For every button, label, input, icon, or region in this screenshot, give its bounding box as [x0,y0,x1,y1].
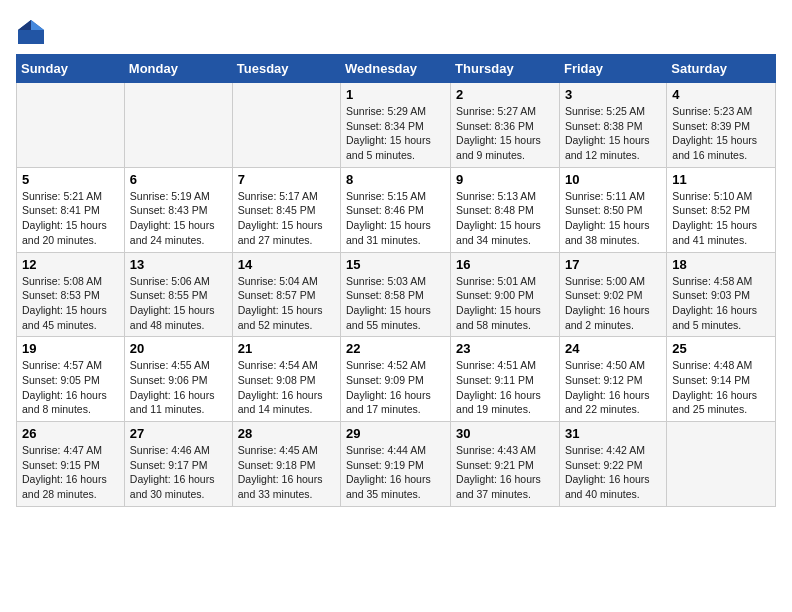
day-info: Sunrise: 5:10 AMSunset: 8:52 PMDaylight:… [672,189,770,248]
calendar-cell: 17Sunrise: 5:00 AMSunset: 9:02 PMDayligh… [559,252,666,337]
daylight-text: Daylight: 15 hours and 20 minutes. [22,218,119,247]
sunset-text: Sunset: 9:19 PM [346,458,445,473]
day-number: 27 [130,426,227,441]
week-row-2: 5Sunrise: 5:21 AMSunset: 8:41 PMDaylight… [17,167,776,252]
calendar-cell: 22Sunrise: 4:52 AMSunset: 9:09 PMDayligh… [341,337,451,422]
weekday-header-wednesday: Wednesday [341,55,451,83]
day-number: 21 [238,341,335,356]
sunrise-text: Sunrise: 5:11 AM [565,189,661,204]
day-number: 14 [238,257,335,272]
day-number: 16 [456,257,554,272]
day-info: Sunrise: 5:11 AMSunset: 8:50 PMDaylight:… [565,189,661,248]
calendar-cell: 16Sunrise: 5:01 AMSunset: 9:00 PMDayligh… [451,252,560,337]
day-info: Sunrise: 4:47 AMSunset: 9:15 PMDaylight:… [22,443,119,502]
daylight-text: Daylight: 16 hours and 35 minutes. [346,472,445,501]
calendar-cell: 7Sunrise: 5:17 AMSunset: 8:45 PMDaylight… [232,167,340,252]
sunset-text: Sunset: 8:43 PM [130,203,227,218]
calendar-cell: 29Sunrise: 4:44 AMSunset: 9:19 PMDayligh… [341,422,451,507]
daylight-text: Daylight: 15 hours and 12 minutes. [565,133,661,162]
sunset-text: Sunset: 9:08 PM [238,373,335,388]
daylight-text: Daylight: 16 hours and 33 minutes. [238,472,335,501]
sunrise-text: Sunrise: 4:55 AM [130,358,227,373]
sunset-text: Sunset: 8:52 PM [672,203,770,218]
daylight-text: Daylight: 15 hours and 55 minutes. [346,303,445,332]
day-info: Sunrise: 4:46 AMSunset: 9:17 PMDaylight:… [130,443,227,502]
daylight-text: Daylight: 16 hours and 28 minutes. [22,472,119,501]
daylight-text: Daylight: 16 hours and 11 minutes. [130,388,227,417]
sunrise-text: Sunrise: 4:43 AM [456,443,554,458]
sunrise-text: Sunrise: 5:00 AM [565,274,661,289]
calendar-cell: 5Sunrise: 5:21 AMSunset: 8:41 PMDaylight… [17,167,125,252]
day-info: Sunrise: 4:42 AMSunset: 9:22 PMDaylight:… [565,443,661,502]
day-info: Sunrise: 4:48 AMSunset: 9:14 PMDaylight:… [672,358,770,417]
sunset-text: Sunset: 8:39 PM [672,119,770,134]
sunset-text: Sunset: 9:22 PM [565,458,661,473]
daylight-text: Daylight: 16 hours and 17 minutes. [346,388,445,417]
day-info: Sunrise: 5:29 AMSunset: 8:34 PMDaylight:… [346,104,445,163]
weekday-header-tuesday: Tuesday [232,55,340,83]
daylight-text: Daylight: 16 hours and 2 minutes. [565,303,661,332]
daylight-text: Daylight: 15 hours and 45 minutes. [22,303,119,332]
calendar-cell: 3Sunrise: 5:25 AMSunset: 8:38 PMDaylight… [559,83,666,168]
day-number: 4 [672,87,770,102]
calendar-table: SundayMondayTuesdayWednesdayThursdayFrid… [16,54,776,507]
day-number: 31 [565,426,661,441]
week-row-3: 12Sunrise: 5:08 AMSunset: 8:53 PMDayligh… [17,252,776,337]
calendar-cell: 4Sunrise: 5:23 AMSunset: 8:39 PMDaylight… [667,83,776,168]
calendar-cell: 1Sunrise: 5:29 AMSunset: 8:34 PMDaylight… [341,83,451,168]
sunrise-text: Sunrise: 5:08 AM [22,274,119,289]
day-number: 18 [672,257,770,272]
day-info: Sunrise: 5:23 AMSunset: 8:39 PMDaylight:… [672,104,770,163]
calendar-cell [17,83,125,168]
sunrise-text: Sunrise: 5:13 AM [456,189,554,204]
daylight-text: Daylight: 16 hours and 37 minutes. [456,472,554,501]
calendar-cell: 14Sunrise: 5:04 AMSunset: 8:57 PMDayligh… [232,252,340,337]
sunrise-text: Sunrise: 5:10 AM [672,189,770,204]
calendar-cell: 21Sunrise: 4:54 AMSunset: 9:08 PMDayligh… [232,337,340,422]
sunrise-text: Sunrise: 4:48 AM [672,358,770,373]
day-info: Sunrise: 5:08 AMSunset: 8:53 PMDaylight:… [22,274,119,333]
sunrise-text: Sunrise: 5:27 AM [456,104,554,119]
day-info: Sunrise: 5:13 AMSunset: 8:48 PMDaylight:… [456,189,554,248]
sunrise-text: Sunrise: 5:17 AM [238,189,335,204]
day-number: 9 [456,172,554,187]
daylight-text: Daylight: 15 hours and 27 minutes. [238,218,335,247]
weekday-header-row: SundayMondayTuesdayWednesdayThursdayFrid… [17,55,776,83]
calendar-cell: 13Sunrise: 5:06 AMSunset: 8:55 PMDayligh… [124,252,232,337]
logo [16,16,50,46]
sunrise-text: Sunrise: 4:45 AM [238,443,335,458]
sunset-text: Sunset: 8:50 PM [565,203,661,218]
daylight-text: Daylight: 16 hours and 40 minutes. [565,472,661,501]
calendar-cell [667,422,776,507]
calendar-cell: 20Sunrise: 4:55 AMSunset: 9:06 PMDayligh… [124,337,232,422]
day-info: Sunrise: 4:45 AMSunset: 9:18 PMDaylight:… [238,443,335,502]
daylight-text: Daylight: 16 hours and 22 minutes. [565,388,661,417]
calendar-cell: 28Sunrise: 4:45 AMSunset: 9:18 PMDayligh… [232,422,340,507]
day-info: Sunrise: 4:50 AMSunset: 9:12 PMDaylight:… [565,358,661,417]
calendar-cell: 18Sunrise: 4:58 AMSunset: 9:03 PMDayligh… [667,252,776,337]
weekday-header-thursday: Thursday [451,55,560,83]
sunset-text: Sunset: 8:45 PM [238,203,335,218]
daylight-text: Daylight: 15 hours and 38 minutes. [565,218,661,247]
daylight-text: Daylight: 16 hours and 19 minutes. [456,388,554,417]
sunset-text: Sunset: 8:55 PM [130,288,227,303]
sunset-text: Sunset: 9:14 PM [672,373,770,388]
day-info: Sunrise: 4:43 AMSunset: 9:21 PMDaylight:… [456,443,554,502]
svg-marker-1 [31,20,44,30]
sunset-text: Sunset: 9:02 PM [565,288,661,303]
daylight-text: Daylight: 15 hours and 41 minutes. [672,218,770,247]
day-number: 6 [130,172,227,187]
sunset-text: Sunset: 9:03 PM [672,288,770,303]
sunrise-text: Sunrise: 4:50 AM [565,358,661,373]
daylight-text: Daylight: 15 hours and 34 minutes. [456,218,554,247]
daylight-text: Daylight: 16 hours and 14 minutes. [238,388,335,417]
calendar-cell: 26Sunrise: 4:47 AMSunset: 9:15 PMDayligh… [17,422,125,507]
day-number: 29 [346,426,445,441]
sunset-text: Sunset: 9:15 PM [22,458,119,473]
sunset-text: Sunset: 9:17 PM [130,458,227,473]
sunrise-text: Sunrise: 4:42 AM [565,443,661,458]
calendar-cell: 2Sunrise: 5:27 AMSunset: 8:36 PMDaylight… [451,83,560,168]
day-info: Sunrise: 4:55 AMSunset: 9:06 PMDaylight:… [130,358,227,417]
calendar-cell [232,83,340,168]
sunset-text: Sunset: 8:38 PM [565,119,661,134]
